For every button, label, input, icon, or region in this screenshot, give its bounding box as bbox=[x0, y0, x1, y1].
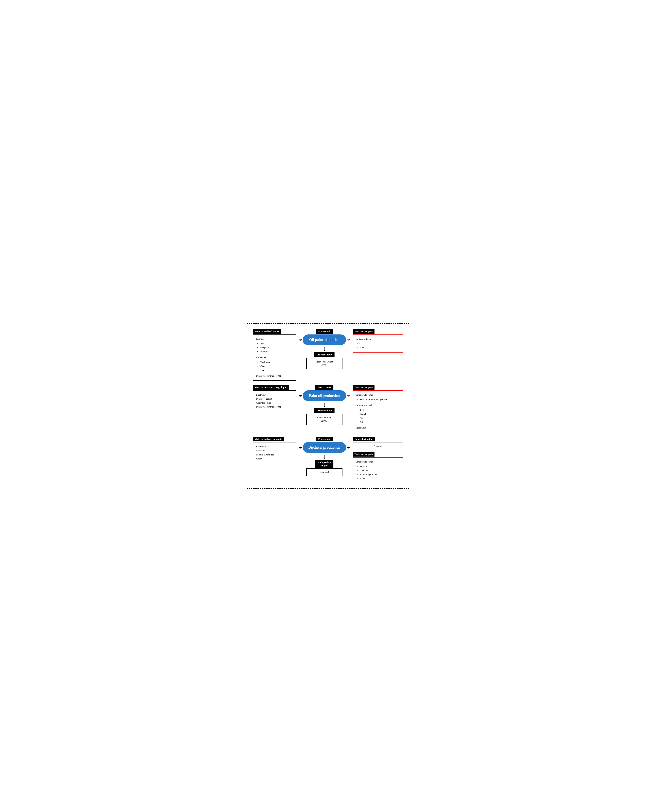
emissions-to-soil-list: Shell Kernel Fiber Ash bbox=[359, 408, 400, 424]
coproduct-name: Glycerol bbox=[374, 445, 382, 447]
fertilizer-list: Urea Phosphate Dolomite bbox=[260, 342, 293, 354]
diagram-container: Material and fuel inputs Fertilizer Urea… bbox=[247, 323, 409, 489]
section3-end-product-box: Biodiesel bbox=[306, 468, 342, 476]
coproduct-section: Co-product output Glycerol bbox=[353, 437, 403, 450]
emission-palm-oil: Palm oil bbox=[359, 464, 400, 469]
emission-to-water-heading: Emission to water bbox=[356, 393, 400, 397]
ash-item: Ash bbox=[359, 420, 400, 424]
section3-end-product-name: Biodiesel bbox=[320, 471, 329, 473]
section1-left-label: Material and fuel inputs bbox=[253, 329, 281, 334]
electricity-item: Electricity bbox=[256, 393, 293, 397]
section2-emissions-content: Emission to water Palm oil mill effluent… bbox=[353, 390, 403, 433]
water-boiler-item: Water for boiler bbox=[256, 401, 293, 405]
diesel-truck-item: Diesel fuel for truck (10 t) bbox=[256, 405, 293, 409]
section3-left-content: Electricity Methanol Sodium Hydroxide Wa… bbox=[253, 442, 296, 463]
section3-right-group: Co-product output Glycerol Emissions out… bbox=[353, 437, 403, 483]
divider-2 bbox=[253, 432, 403, 437]
emission-c: C bbox=[359, 342, 400, 346]
diesel-note: Diesel fuel for truck (10 t) bbox=[256, 374, 293, 378]
section2-left-label: Material, fuel, and energy inputs bbox=[253, 385, 289, 390]
arrow-process2-to-emissions: ➔ bbox=[347, 393, 350, 398]
section2-process-box: Palm oil production bbox=[303, 390, 346, 401]
section3-process-box: Biodiesel production bbox=[303, 442, 346, 453]
coproduct-box: Glycerol bbox=[353, 442, 403, 450]
fertilizer-dolomite: Dolomite bbox=[260, 350, 293, 354]
herbicide-glyphosate: Glyphosate bbox=[260, 360, 293, 364]
section1-emissions-content: Emissions to air C N2O bbox=[353, 334, 403, 353]
section1-center: Process unit ➔ Oil palm plantation ➔ ↓ P… bbox=[296, 329, 353, 369]
down-arrow-2: ↓ bbox=[323, 401, 326, 408]
press-cake-note: Press Cake bbox=[356, 426, 400, 430]
section2-left-content: Electricity Diesel for genset Water for … bbox=[253, 390, 296, 411]
section3-emissions-label: Emissions outputs bbox=[353, 452, 374, 456]
down-arrow-3: ↓ bbox=[323, 453, 326, 459]
section1-product-box: Fresh Fruit Bunch(FFB) bbox=[306, 358, 342, 369]
section3-emissions-content: Emission to water Palm oil Methanol Sodi… bbox=[353, 457, 403, 483]
section3-process-label: Process unit bbox=[316, 437, 333, 441]
emissions-to-air-heading: Emissions to air bbox=[356, 337, 400, 341]
emission-to-water-list: Palm oil mill effluent (POME) bbox=[359, 397, 400, 402]
section2-product-label: Product output bbox=[314, 408, 335, 413]
section1-process-box: Oil palm plantation bbox=[303, 334, 346, 345]
section2-right: Emissions outputs Emission to water Palm… bbox=[353, 385, 403, 433]
section3-down-arrow: ↓ bbox=[298, 453, 351, 459]
biodiesel-methanol: Methanol bbox=[256, 449, 293, 453]
emission-sodium-hydroxide: Sodium Hydroxide bbox=[359, 472, 400, 476]
herbicide-land: Land bbox=[260, 368, 293, 372]
arrow-left-to-process3: ➔ bbox=[299, 445, 302, 450]
herbicides-heading: Herbicides bbox=[256, 356, 293, 359]
section1-process-label: Process unit bbox=[316, 329, 333, 334]
fertilizer-heading: Fertilizer bbox=[256, 337, 293, 341]
emission-methanol: Methanol bbox=[359, 469, 400, 472]
section1-product-label: Product output bbox=[314, 353, 335, 357]
down-arrow-1: ↓ bbox=[323, 345, 326, 352]
arrow-left-to-process2: ➔ bbox=[299, 393, 302, 398]
section2-left: Material, fuel, and energy inputs Electr… bbox=[253, 385, 296, 411]
section2-process-label: Process units bbox=[315, 385, 333, 390]
section1-right: Emissions outputs Emissions to air C N2O bbox=[353, 329, 403, 353]
section2-product-name: Crude palm oil(CPO) bbox=[317, 416, 331, 422]
section3-end-product-label: End-productoutput bbox=[315, 460, 333, 468]
section2-process-row: ➔ Palm oil production ➔ bbox=[298, 390, 351, 401]
fertilizer-phosphate: Phosphate bbox=[260, 346, 293, 350]
emissions-to-air-list: C N2O bbox=[359, 342, 400, 350]
fertilizer-urea: Urea bbox=[260, 342, 293, 346]
biodiesel-emission-list: Palm oil Methanol Sodium Hydroxide Water bbox=[359, 464, 400, 480]
section1-left-content: Fertilizer Urea Phosphate Dolomite Herbi… bbox=[253, 334, 296, 380]
section3-inputs-row: Material and energy inputs Electricity M… bbox=[253, 437, 403, 483]
biodiesel-emission-water-heading: Emission to water bbox=[356, 460, 400, 464]
section2-center: Process units ➔ Palm oil production ➔ ↓ … bbox=[296, 385, 353, 425]
coproduct-label: Co-product output bbox=[353, 437, 375, 441]
biodiesel-electricity: Electricity bbox=[256, 445, 293, 449]
section3-left: Material and energy inputs Electricity M… bbox=[253, 437, 296, 463]
diesel-genset-item: Diesel for genset bbox=[256, 397, 293, 401]
section2-product-box: Crude palm oil(CPO) bbox=[306, 414, 342, 425]
section3-emissions-section: Emissions outputs Emission to water Palm… bbox=[353, 452, 403, 483]
emission-water: Water bbox=[359, 476, 400, 480]
section2-emissions-label: Emissions outputs bbox=[353, 385, 374, 390]
emission-n2o: N2O bbox=[359, 346, 400, 350]
section1-product-name: Fresh Fruit Bunch(FFB) bbox=[316, 360, 333, 367]
arrow-left-to-process1: ➔ bbox=[299, 337, 302, 342]
kernel-item: Kernel bbox=[359, 412, 400, 416]
pome-item: Palm oil mill effluent (POME) bbox=[359, 397, 400, 402]
section2-down-arrow: ↓ bbox=[298, 401, 351, 408]
herbicides-list: Glyphosate Water Land bbox=[260, 360, 293, 372]
section1-left: Material and fuel inputs Fertilizer Urea… bbox=[253, 329, 296, 380]
section3-right: Co-product output Glycerol Emissions out… bbox=[353, 437, 403, 483]
section1-down-arrow: ↓ bbox=[298, 345, 351, 352]
section3-center: Process unit ➔ Biodiesel production ➔ ↓ … bbox=[296, 437, 353, 476]
biodiesel-water: Water bbox=[256, 457, 293, 461]
emissions-to-soil-heading: Emissions to soil bbox=[356, 404, 400, 407]
section1-emissions-label: Emissions outputs bbox=[353, 329, 374, 334]
section1-inputs-row: Material and fuel inputs Fertilizer Urea… bbox=[253, 329, 403, 380]
herbicide-water: Water bbox=[260, 364, 293, 368]
section2-inputs-row: Material, fuel, and energy inputs Electr… bbox=[253, 385, 403, 433]
section3-process-row: ➔ Biodiesel production ➔ bbox=[298, 442, 351, 453]
flow-diagram: Material and fuel inputs Fertilizer Urea… bbox=[253, 329, 403, 483]
biodiesel-sodium-hydroxide: Sodium Hydroxide bbox=[256, 453, 293, 457]
arrow-process3-to-coproduct: ➔ bbox=[347, 445, 350, 450]
shell-item: Shell bbox=[359, 408, 400, 412]
fiber-item: Fiber bbox=[359, 416, 400, 420]
section1-process-row: ➔ Oil palm plantation ➔ bbox=[298, 334, 351, 345]
